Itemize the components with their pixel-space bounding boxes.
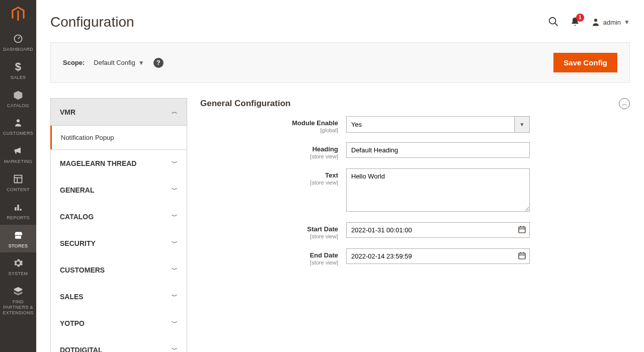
section-collapse-toggle[interactable]: ︿ (619, 98, 630, 109)
config-group-head[interactable]: CATALOG ﹀ (51, 203, 187, 230)
scope-value: Default Config (94, 59, 135, 66)
main-content: Configuration 1 admin ▼ Scope: Default C… (36, 0, 644, 352)
sidebar-item-reports[interactable]: REPORTS (0, 197, 36, 225)
config-group-head[interactable]: CUSTOMERS ﹀ (51, 256, 187, 283)
config-group-head[interactable]: YOTPO ﹀ (51, 310, 187, 336)
sidebar-item-customers[interactable]: CUSTOMERS (0, 112, 36, 140)
header-actions: 1 admin ▼ (548, 16, 630, 29)
scope-bar: Scope: Default Config ▼ ? Save Config (50, 42, 630, 83)
scope-select[interactable]: Default Config ▼ (94, 59, 144, 66)
gear-icon (13, 257, 23, 269)
config-group-head[interactable]: SECURITY ﹀ (51, 230, 187, 256)
chevron-down-icon: ﹀ (172, 292, 178, 301)
page-title: Configuration (50, 14, 134, 30)
scope-controls: Scope: Default Config ▼ ? (63, 58, 164, 68)
save-config-button[interactable]: Save Config (553, 53, 617, 72)
sidebar-item-catalog[interactable]: CATALOG (0, 84, 36, 113)
config-group-label: SECURITY (60, 239, 96, 247)
end-date-input[interactable] (346, 248, 530, 264)
sidebar-item-label: CONTENT (7, 187, 30, 193)
chevron-down-icon: ﹀ (172, 345, 178, 352)
config-content: VMR ︿ Notification Popup MAGELEARN THREA… (50, 98, 630, 352)
config-group-label: SALES (60, 293, 84, 301)
config-group-label: YOTPO (60, 319, 85, 327)
label-scope: [store view] (200, 153, 338, 159)
megaphone-icon (13, 145, 23, 156)
section-head: General Configuration ︿ (200, 98, 630, 116)
sidebar-item-marketing[interactable]: MARKETING (0, 140, 36, 168)
field-control (346, 248, 530, 264)
sidebar-item-stores[interactable]: STORES (0, 225, 36, 253)
config-group-head[interactable]: DOTDIGITAL ﹀ (51, 336, 187, 352)
sidebar-item-label: FIND PARTNERS & EXTENSIONS (1, 299, 35, 315)
text-textarea[interactable]: Hello World (346, 168, 530, 212)
notifications-button[interactable]: 1 (570, 17, 580, 28)
sidebar-item-label: STORES (9, 243, 28, 249)
select-arrow-icon[interactable]: ▼ (515, 116, 530, 133)
config-group-dotdigital: DOTDIGITAL ﹀ (50, 336, 187, 352)
calendar-icon[interactable] (518, 251, 526, 261)
sidebar-item-dashboard[interactable]: DASHBOARD (0, 28, 36, 56)
help-icon[interactable]: ? (153, 58, 164, 68)
user-name: admin (603, 19, 621, 26)
field-start-date: Start Date [store view] (200, 222, 630, 239)
config-group-security: SECURITY ﹀ (50, 230, 187, 257)
calendar-icon[interactable] (518, 225, 526, 235)
config-group-head[interactable]: VMR ︿ (51, 99, 187, 126)
field-label: Start Date [store view] (200, 222, 346, 239)
sidebar-item-label: SYSTEM (9, 271, 28, 277)
config-nav: VMR ︿ Notification Popup MAGELEARN THREA… (50, 98, 187, 352)
sidebar-item-partners[interactable]: FIND PARTNERS & EXTENSIONS (0, 281, 36, 319)
svg-rect-5 (15, 207, 16, 211)
chevron-down-icon: ﹀ (172, 186, 178, 194)
start-date-input[interactable] (346, 222, 530, 238)
sidebar-item-label: DASHBOARD (3, 47, 33, 52)
partners-icon (13, 286, 23, 297)
label-text: End Date (310, 251, 338, 259)
config-group-catalog: CATALOG ﹀ (50, 203, 187, 230)
sidebar-item-label: CATALOG (7, 103, 29, 109)
chevron-up-icon: ︿ (172, 108, 178, 116)
config-group-label: DOTDIGITAL (60, 346, 103, 353)
reports-icon (13, 202, 23, 213)
config-group-magelearn: MAGELEARN THREAD ﹀ (50, 149, 187, 177)
date-wrap (346, 222, 530, 238)
field-control: Yes ▼ (346, 116, 530, 133)
magento-logo[interactable] (0, 0, 36, 28)
sidebar-item-label: REPORTS (7, 215, 29, 221)
svg-rect-2 (15, 175, 22, 183)
field-module-enable: Module Enable [global] Yes ▼ (200, 116, 630, 133)
config-subitem-notification-popup[interactable]: Notification Popup (50, 126, 187, 149)
dashboard-icon (13, 33, 23, 44)
module-enable-select[interactable]: Yes (346, 116, 515, 133)
scope-label: Scope: (63, 59, 85, 66)
customers-icon (14, 117, 23, 128)
config-group-yotpo: YOTPO ﹀ (50, 310, 187, 337)
sidebar-item-content[interactable]: CONTENT (0, 168, 36, 197)
admin-sidebar: DASHBOARD $ SALES CATALOG CUSTOMERS MARK… (0, 0, 36, 352)
config-group-general: GENERAL ﹀ (50, 177, 187, 204)
config-group-vmr: VMR ︿ Notification Popup (50, 98, 187, 150)
config-group-label: CATALOG (60, 213, 94, 221)
field-label: Module Enable [global] (200, 116, 346, 133)
select-wrap: Yes ▼ (346, 116, 530, 133)
heading-input[interactable] (346, 142, 530, 158)
stores-icon (13, 230, 23, 241)
date-wrap (346, 248, 530, 264)
sidebar-item-system[interactable]: SYSTEM (0, 252, 36, 281)
user-menu[interactable]: admin ▼ (591, 18, 630, 27)
chevron-down-icon: ﹀ (172, 212, 178, 221)
config-group-head[interactable]: SALES ﹀ (51, 283, 187, 310)
chevron-down-icon: ﹀ (172, 266, 178, 274)
magento-logo-icon (11, 7, 26, 22)
sidebar-item-sales[interactable]: $ SALES (0, 56, 36, 84)
search-button[interactable] (548, 16, 559, 29)
catalog-icon (13, 90, 23, 101)
field-text: Text [store view] Hello World (200, 168, 630, 213)
config-group-head[interactable]: GENERAL ﹀ (51, 177, 187, 203)
svg-rect-7 (20, 209, 21, 210)
config-group-head[interactable]: MAGELEARN THREAD ﹀ (51, 150, 187, 177)
section-title: General Configuration (200, 99, 290, 109)
field-end-date: End Date [store view] (200, 248, 630, 266)
config-group-customers: CUSTOMERS ﹀ (50, 256, 187, 284)
